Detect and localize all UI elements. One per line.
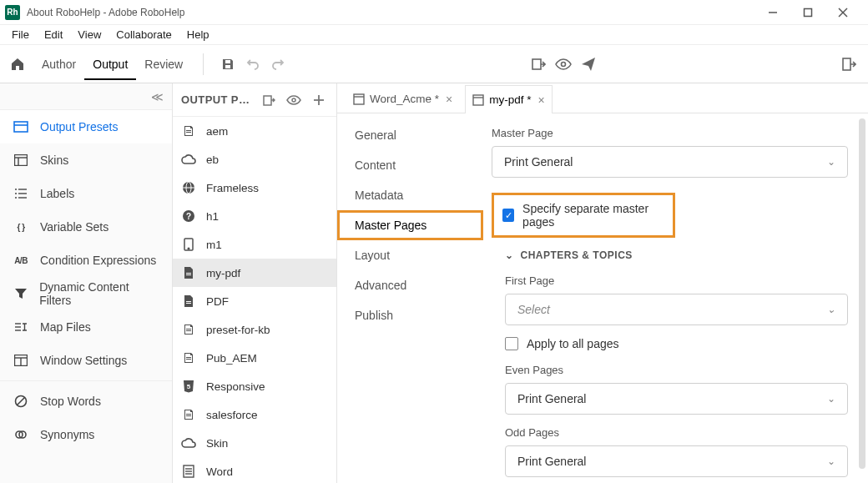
- sidebar-item-label: Synonyms: [40, 428, 94, 441]
- mode-output[interactable]: Output: [84, 49, 136, 79]
- odd-pages-select[interactable]: Print General ⌄: [505, 445, 848, 477]
- syn-icon: [13, 428, 28, 441]
- preset-item-label: preset-for-kb: [206, 324, 270, 336]
- svg-point-29: [292, 98, 295, 102]
- menu-help[interactable]: Help: [180, 26, 216, 43]
- settings-nav-publish[interactable]: Publish: [337, 300, 483, 330]
- preset-item-responsive[interactable]: 5Responsive: [173, 372, 336, 400]
- svg-rect-41: [186, 273, 191, 274]
- menu-view[interactable]: View: [71, 26, 108, 43]
- sidebar-item-label: Dynamic Content Filters: [39, 280, 159, 307]
- first-page-select[interactable]: Select ⌄: [505, 294, 848, 325]
- sidebar-item-condition-expressions[interactable]: A/B Condition Expressions: [0, 244, 172, 277]
- preset-item-word[interactable]: Word: [173, 457, 336, 483]
- sidebar-item-label: Stop Words: [40, 395, 101, 408]
- preset-item-m1[interactable]: m1: [173, 230, 336, 259]
- add-preset-icon[interactable]: [310, 91, 328, 109]
- settings-nav-general[interactable]: General: [337, 120, 483, 150]
- mobile-icon: [181, 237, 196, 252]
- home-icon[interactable]: [7, 53, 28, 75]
- apply-all-pages-checkbox[interactable]: [505, 337, 518, 350]
- preset-item-label: PDF: [206, 295, 229, 308]
- preset-item-h1[interactable]: ?h1: [173, 202, 336, 230]
- even-pages-select[interactable]: Print General ⌄: [505, 383, 848, 415]
- highlight-specify-separate: ✓ Specify separate master pages: [492, 193, 675, 238]
- preset-item-pub-aem[interactable]: Pub_AEM: [173, 344, 336, 372]
- collapse-icon[interactable]: ≪: [151, 90, 164, 103]
- tab-close-icon[interactable]: ×: [537, 93, 544, 107]
- preset-item-salesforce[interactable]: salesforce: [173, 400, 336, 429]
- settings-nav-layout[interactable]: Layout: [337, 240, 483, 270]
- close-button[interactable]: [831, 3, 855, 22]
- preset-item-label: Frameless: [206, 182, 259, 194]
- settings-nav-metadata[interactable]: Metadata: [337, 180, 483, 210]
- sidebar-item-skins[interactable]: Skins: [0, 143, 172, 177]
- preset-item-skin[interactable]: Skin: [173, 429, 336, 457]
- sidebar-item-window-settings[interactable]: Window Settings: [0, 344, 172, 377]
- master-page-select[interactable]: Print General ⌄: [492, 146, 848, 178]
- sidebar-item-output-presets[interactable]: Output Presets: [0, 110, 172, 143]
- svg-rect-32: [186, 130, 191, 131]
- svg-rect-4: [532, 59, 541, 69]
- minimize-button[interactable]: [761, 3, 785, 22]
- specify-separate-label: Specify separate master pages: [522, 202, 664, 229]
- sidebar-item-synonyms[interactable]: Synonyms: [0, 418, 172, 451]
- publish-icon[interactable]: [576, 52, 601, 77]
- globe-icon: [181, 180, 196, 195]
- mode-author[interactable]: Author: [33, 49, 84, 79]
- export-icon[interactable]: [526, 52, 551, 77]
- svg-text:?: ?: [186, 212, 191, 221]
- preset-item-frameless[interactable]: Frameless: [173, 174, 336, 202]
- settings-nav-content[interactable]: Content: [337, 150, 483, 180]
- menu-file[interactable]: File: [5, 26, 36, 43]
- logout-icon[interactable]: [836, 52, 861, 77]
- sidebar-item-labels[interactable]: Labels: [0, 177, 172, 210]
- sidebar-item-label: Variable Sets: [40, 220, 108, 234]
- save-icon[interactable]: [215, 52, 240, 77]
- redo-icon[interactable]: [265, 52, 290, 77]
- app-icon: Rh: [5, 5, 20, 20]
- specify-separate-checkbox[interactable]: ✓: [502, 209, 514, 222]
- undo-icon[interactable]: [240, 52, 265, 77]
- preset-item-preset-for-kb[interactable]: preset-for-kb: [173, 315, 336, 344]
- doc-stack-icon: [181, 322, 196, 337]
- sidebar-item-map-files[interactable]: Map Files: [0, 310, 172, 344]
- sidebar-item-label: Output Presets: [40, 120, 118, 133]
- section-title: CHAPTERS & TOPICS: [521, 249, 633, 261]
- scrollbar[interactable]: [859, 118, 865, 469]
- mode-review[interactable]: Review: [136, 49, 191, 79]
- maximize-button[interactable]: [796, 3, 820, 22]
- tab-my-pdf[interactable]: my-pdf * ×: [465, 85, 552, 113]
- help-icon: ?: [181, 209, 196, 224]
- preview-icon[interactable]: [551, 52, 576, 77]
- chevron-down-icon: ⌄: [505, 249, 514, 261]
- doc-stack-icon: [181, 407, 196, 422]
- preset-item-label: m1: [206, 239, 222, 251]
- svg-point-40: [188, 248, 189, 249]
- sidebar-item-label: Condition Expressions: [40, 254, 156, 267]
- preset-item-pdf[interactable]: PDF: [173, 287, 336, 315]
- tab-word-acme[interactable]: Word_Acme * ×: [346, 84, 460, 113]
- tab-close-icon[interactable]: ×: [446, 93, 452, 106]
- svg-rect-45: [186, 329, 191, 330]
- preset-item-aem[interactable]: aem: [173, 117, 336, 145]
- preview-preset-icon[interactable]: [285, 91, 303, 109]
- menu-edit[interactable]: Edit: [38, 26, 69, 43]
- sidebar-item-stop-words[interactable]: Stop Words: [0, 385, 172, 418]
- sidebar-item-label: Map Files: [40, 320, 91, 334]
- preset-item-my-pdf[interactable]: my-pdf: [173, 259, 336, 287]
- svg-rect-51: [186, 415, 191, 416]
- settings-nav-master-pages[interactable]: Master Pages: [337, 210, 483, 240]
- settings-nav-advanced[interactable]: Advanced: [337, 270, 483, 300]
- section-chapters-topics[interactable]: ⌄ CHAPTERS & TOPICS: [505, 249, 848, 261]
- sidebar-item-label: Window Settings: [40, 354, 127, 367]
- chevron-down-icon: ⌄: [827, 304, 835, 315]
- presets-icon: [13, 121, 28, 133]
- sidebar-item-variable-sets[interactable]: { } Variable Sets: [0, 210, 172, 244]
- menu-collaborate[interactable]: Collaborate: [109, 26, 179, 43]
- filter-icon: [13, 288, 28, 299]
- select-value: Print General: [517, 455, 586, 468]
- preset-item-eb[interactable]: eb: [173, 145, 336, 174]
- sidebar-item-dynamic-filters[interactable]: Dynamic Content Filters: [0, 277, 172, 310]
- export-preset-icon[interactable]: [260, 91, 278, 109]
